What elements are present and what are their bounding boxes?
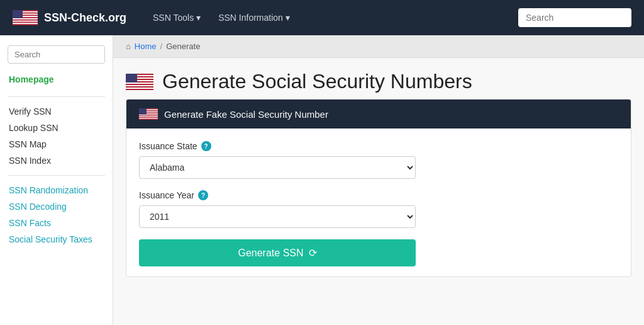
svg-rect-4: [13, 18, 38, 20]
card-header-title: Generate Fake Social Security Number: [164, 109, 328, 120]
main-header: SSN-Check.org SSN Tools ▾ SSN Informatio…: [0, 0, 644, 35]
sidebar: Homepage Verify SSN Lookup SSN SSN Map S…: [0, 35, 113, 325]
sidebar-item-ssn-map[interactable]: SSN Map: [8, 136, 105, 152]
sidebar-item-social-security-taxes[interactable]: Social Security Taxes: [8, 231, 105, 248]
issuance-year-select[interactable]: 2010201120122013201420152016201720182019…: [139, 205, 416, 228]
card-flag-icon: [139, 108, 158, 120]
svg-rect-14: [126, 88, 153, 89]
generate-ssn-button[interactable]: Generate SSN ⟳: [139, 239, 416, 266]
sidebar-item-ssn-facts[interactable]: SSN Facts: [8, 215, 105, 231]
main-content: ⌂ Home / Generate Generate Social Securi…: [113, 35, 644, 325]
breadcrumb-current: Generate: [166, 42, 200, 51]
breadcrumb-home-link[interactable]: Home: [135, 42, 157, 51]
sidebar-divider-1: [8, 96, 105, 97]
page-flag-icon: [126, 74, 153, 90]
page-title-wrap: Generate Social Security Numbers: [113, 58, 644, 99]
issuance-year-help-icon[interactable]: ?: [198, 190, 208, 200]
sidebar-item-lookup-ssn[interactable]: Lookup SSN: [8, 120, 105, 136]
header-search-input[interactable]: [518, 8, 631, 27]
nav-ssn-information[interactable]: SSN Information ▾: [211, 8, 297, 28]
svg-rect-15: [126, 74, 137, 83]
breadcrumb: ⌂ Home / Generate: [113, 35, 644, 58]
sidebar-search-input[interactable]: [8, 45, 105, 64]
svg-rect-21: [139, 117, 158, 117]
issuance-state-select[interactable]: AlabamaAlaskaArizonaArkansasCaliforniaCo…: [139, 156, 416, 179]
sidebar-item-verify-ssn[interactable]: Verify SSN: [8, 103, 105, 120]
refresh-icon: ⟳: [309, 247, 317, 259]
issuance-state-help-icon[interactable]: ?: [201, 141, 211, 151]
issuance-state-group: Issuance State ? AlabamaAlaskaArizonaArk…: [139, 141, 618, 179]
svg-rect-7: [13, 10, 23, 18]
svg-rect-12: [126, 83, 153, 84]
svg-rect-20: [139, 115, 158, 115]
nav-ssn-tools[interactable]: SSN Tools ▾: [145, 8, 208, 28]
card-header: Generate Fake Social Security Number: [126, 100, 631, 128]
issuance-year-group: Issuance Year ? 201020112012201320142015…: [139, 190, 618, 228]
site-brand: SSN-Check.org: [44, 11, 126, 25]
svg-rect-13: [126, 85, 153, 86]
issuance-year-label: Issuance Year ?: [139, 190, 618, 200]
generate-card: Generate Fake Social Security Number Iss…: [126, 99, 631, 277]
home-icon: ⌂: [126, 42, 131, 51]
sidebar-item-ssn-randomization[interactable]: SSN Randomization: [8, 182, 105, 198]
main-nav: SSN Tools ▾ SSN Information ▾: [145, 8, 518, 28]
header-search-wrap: [518, 8, 631, 27]
breadcrumb-separator: /: [160, 42, 163, 51]
sidebar-item-ssn-decoding[interactable]: SSN Decoding: [8, 198, 105, 215]
generate-btn-label: Generate SSN: [238, 248, 303, 259]
page-layout: Homepage Verify SSN Lookup SSN SSN Map S…: [0, 35, 644, 325]
dropdown-arrow-icon: ▾: [286, 13, 290, 23]
issuance-state-label: Issuance State ?: [139, 141, 618, 151]
sidebar-divider-2: [8, 175, 105, 176]
sidebar-item-ssn-index[interactable]: SSN Index: [8, 152, 105, 169]
svg-rect-22: [139, 118, 158, 118]
card-body: Issuance State ? AlabamaAlaskaArizonaArk…: [126, 128, 631, 277]
page-title: Generate Social Security Numbers: [162, 71, 472, 93]
svg-rect-5: [13, 21, 38, 22]
header-flag-icon: [13, 10, 38, 25]
sidebar-item-homepage[interactable]: Homepage: [8, 71, 105, 88]
svg-rect-23: [139, 108, 147, 115]
svg-rect-6: [13, 23, 38, 24]
dropdown-arrow-icon: ▾: [196, 13, 201, 23]
